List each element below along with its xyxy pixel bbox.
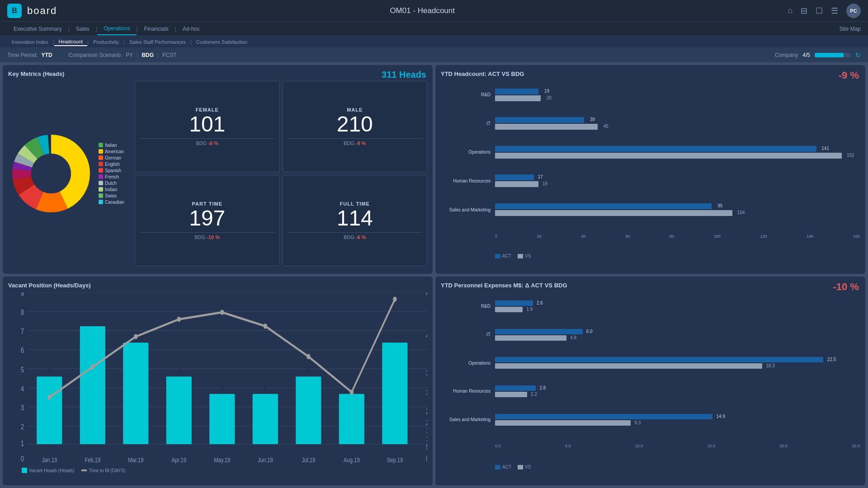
- svg-text:0: 0: [21, 454, 24, 463]
- legend-item-german: German: [99, 155, 130, 160]
- legend-item-american: American: [99, 149, 130, 154]
- grid-icon[interactable]: ⊟: [801, 6, 807, 16]
- personnel-expenses-badge: -10 %: [833, 281, 859, 293]
- company-progress: 4/5: [802, 52, 810, 58]
- scenario-bdg[interactable]: BDG: [142, 52, 154, 58]
- vacant-position-panel: Vacant Position (Heads/Days) 9 8 7 6 5: [3, 277, 433, 485]
- svg-text:4: 4: [177, 366, 181, 375]
- svg-text:May.19: May.19: [214, 456, 230, 464]
- key-metrics-panel: Key Metrics (Heads) 311 Heads: [3, 65, 433, 274]
- svg-rect-50: [166, 376, 192, 444]
- svg-text:4: 4: [21, 384, 24, 393]
- svg-text:2: 2: [21, 422, 24, 431]
- svg-text:7: 7: [91, 315, 94, 324]
- svg-rect-62: [339, 394, 364, 444]
- svg-text:0: 0: [426, 454, 427, 463]
- svg-text:4: 4: [48, 366, 52, 375]
- legend-item-swiss: Swiss: [99, 193, 130, 198]
- top-icons: ⌂ ⊟ ☐ ☰ PC: [788, 4, 861, 18]
- filter-bar: Time Period: YTD Comparison Scenario: PY…: [0, 48, 868, 62]
- period-label: Time Period:: [7, 52, 38, 58]
- company-label: Company: [775, 52, 798, 58]
- personnel-expenses-panel: YTD Personnel Expenses M$: Δ ACT VS BDG …: [435, 277, 865, 485]
- svg-text:3: 3: [21, 403, 24, 412]
- svg-text:7: 7: [21, 327, 24, 335]
- tab-executive-summary[interactable]: Executive Summary: [7, 23, 68, 35]
- center-title: OM01 - Headcount: [62, 6, 782, 15]
- board-title: board: [27, 5, 57, 17]
- scenario-sep2: |: [157, 52, 159, 58]
- svg-text:150: 150: [426, 426, 427, 434]
- tab-adhoc[interactable]: Ad-hoc: [176, 23, 206, 35]
- legend-item-indian: Indian: [99, 187, 130, 192]
- site-map[interactable]: Site Map: [840, 26, 861, 32]
- chat-icon[interactable]: ☐: [816, 6, 823, 16]
- filter-right: Company 4/5 ↻: [775, 52, 861, 59]
- female-stat: FEMALE 101 BDG -8 %: [135, 81, 280, 172]
- subtab-productivity[interactable]: Productivity: [89, 38, 123, 46]
- home-icon[interactable]: ⌂: [788, 6, 793, 15]
- svg-rect-56: [253, 394, 278, 444]
- male-stat: MALE 210 BDG -9 %: [283, 81, 428, 172]
- svg-point-73: [264, 324, 267, 329]
- progress-bar-container: [815, 53, 851, 57]
- svg-text:Jul.19: Jul.19: [302, 456, 315, 464]
- subtab-headcount[interactable]: Headcount: [54, 38, 87, 46]
- vacant-legend: Vacant Heads (Heads) Time to fill (DAYS): [8, 468, 427, 473]
- full-time-bdg: BDG -6 %: [344, 235, 366, 240]
- svg-rect-59: [296, 376, 321, 444]
- legend-item-english: English: [99, 162, 130, 167]
- part-time-bdg: BDG -10 %: [194, 235, 220, 240]
- svg-text:6: 6: [21, 346, 24, 354]
- scenario-label: Comparison Scenario:: [69, 52, 123, 58]
- vacant-title: Vacant Position (Heads/Days): [8, 282, 91, 289]
- scenario-py[interactable]: PY: [126, 52, 133, 58]
- legend-item-french: French: [99, 174, 130, 179]
- legend-item-dutch: Dutch: [99, 181, 130, 186]
- svg-text:400: 400: [426, 331, 427, 340]
- tab-operations[interactable]: Operations: [97, 23, 137, 35]
- svg-point-69: [91, 364, 94, 370]
- subtab-customers[interactable]: Customers Satisfaction: [192, 38, 252, 46]
- nav-tabs: Executive Summary | Sales | Operations |…: [0, 22, 868, 36]
- refresh-icon[interactable]: ↻: [855, 52, 861, 59]
- key-metrics-title: Key Metrics (Heads): [8, 70, 64, 77]
- legend-item-spanish: Spanish: [99, 168, 130, 173]
- female-bdg: BDG -8 %: [196, 141, 218, 146]
- svg-rect-53: [209, 394, 235, 444]
- svg-point-68: [47, 395, 51, 400]
- stats-grid: FEMALE 101 BDG -8 % MALE 210 BDG -9 % PA…: [135, 81, 427, 266]
- avatar[interactable]: PC: [846, 4, 861, 18]
- scenario-sep1: |: [137, 52, 138, 58]
- svg-point-75: [350, 389, 354, 395]
- subtab-innovation[interactable]: Innovation Index: [7, 38, 53, 46]
- svg-text:9: 9: [21, 292, 24, 297]
- svg-text:Jun.19: Jun.19: [258, 456, 273, 464]
- tab-financials[interactable]: Financials: [138, 23, 175, 35]
- board-icon: B: [7, 4, 22, 18]
- svg-text:250: 250: [426, 407, 427, 415]
- tab-sales[interactable]: Sales: [70, 23, 96, 35]
- scenario-fcst[interactable]: FCST: [162, 52, 176, 58]
- personnel-expenses-title: YTD Personnel Expenses M$: Δ ACT VS BDG: [441, 282, 567, 289]
- svg-text:Aug.19: Aug.19: [344, 456, 360, 464]
- ytd-headcount-title: YTD Headcount: ACT VS BDG: [441, 70, 524, 77]
- key-metrics-badge: 311 Heads: [382, 70, 426, 80]
- svg-point-72: [220, 310, 224, 315]
- svg-rect-47: [123, 343, 148, 444]
- menu-icon[interactable]: ☰: [831, 6, 838, 16]
- svg-text:Apr.19: Apr.19: [172, 456, 186, 464]
- topbar: B board OM01 - Headcount ⌂ ⊟ ☐ ☰ PC: [0, 0, 868, 22]
- svg-text:Sep.19: Sep.19: [387, 456, 403, 464]
- svg-text:350: 350: [426, 368, 427, 377]
- svg-text:4: 4: [307, 366, 311, 375]
- svg-text:300: 300: [426, 388, 427, 396]
- svg-text:Mar.19: Mar.19: [128, 456, 143, 464]
- svg-text:1: 1: [21, 439, 24, 447]
- donut-chart: [8, 81, 94, 266]
- subtab-sales-staff[interactable]: Sales Staff Performances: [125, 38, 190, 46]
- period-value[interactable]: YTD: [42, 52, 52, 58]
- svg-text:6: 6: [393, 332, 396, 341]
- svg-rect-41: [37, 376, 62, 444]
- svg-point-71: [177, 317, 181, 322]
